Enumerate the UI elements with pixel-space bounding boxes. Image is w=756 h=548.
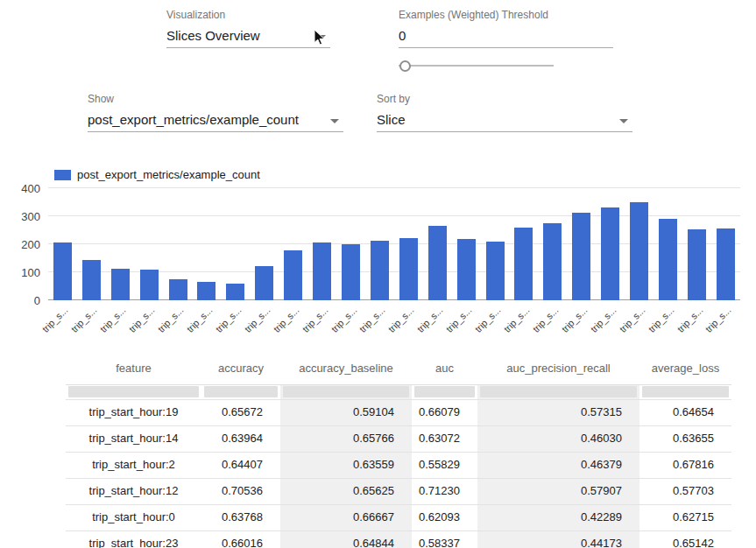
- x-tick-label: trip_s...: [69, 305, 99, 334]
- feature-cell: trip_start_hour:19: [66, 400, 201, 425]
- metric-cell: 0.65142: [639, 531, 731, 548]
- slider-thumb[interactable]: [399, 60, 411, 72]
- x-tick-label: trip_s...: [127, 305, 157, 334]
- bar[interactable]: [688, 229, 706, 300]
- metric-cell: 0.55829: [412, 453, 477, 478]
- feature-cell: trip_start_hour:23: [66, 531, 201, 548]
- bar[interactable]: [543, 223, 562, 300]
- filter-cell: [477, 385, 639, 399]
- column-header[interactable]: auc: [412, 362, 477, 375]
- table-row: trip_start_hour:140.639640.657660.630720…: [66, 425, 731, 452]
- filter-input[interactable]: [414, 386, 475, 397]
- bar[interactable]: [630, 202, 648, 300]
- bar[interactable]: [169, 279, 187, 300]
- metric-cell: 0.64654: [639, 400, 731, 425]
- bar[interactable]: [342, 244, 360, 300]
- legend-swatch: [54, 170, 71, 180]
- bar[interactable]: [457, 239, 476, 300]
- slices-bar-chart: 0100200300400 trip_s...trip_s...trip_s..…: [0, 188, 756, 333]
- x-tick-label: trip_s...: [703, 305, 733, 334]
- table-row: trip_start_hour:00.637680.666670.620930.…: [66, 504, 731, 530]
- metric-cell: 0.70536: [201, 479, 280, 504]
- filter-cell: [201, 385, 280, 399]
- filter-input[interactable]: [68, 386, 199, 397]
- slider-track[interactable]: [399, 65, 554, 67]
- metric-cell: 0.71230: [412, 479, 477, 504]
- column-header[interactable]: auc_precision_recall: [477, 362, 639, 375]
- feature-cell: trip_start_hour:12: [66, 479, 201, 504]
- metric-cell: 0.66016: [201, 531, 280, 548]
- visualization-label: Visualization: [166, 9, 225, 21]
- metric-cell: 0.63559: [280, 453, 412, 478]
- bar[interactable]: [140, 270, 159, 300]
- bar[interactable]: [486, 242, 505, 300]
- column-header[interactable]: average_loss: [639, 362, 731, 375]
- bar[interactable]: [399, 238, 418, 300]
- x-tick-label: trip_s...: [98, 305, 128, 334]
- metric-cell: 0.46030: [477, 426, 639, 452]
- sort-by-select[interactable]: Slice: [377, 109, 632, 132]
- metric-cell: 0.62715: [639, 505, 731, 530]
- bar[interactable]: [659, 219, 677, 300]
- column-header[interactable]: feature: [66, 362, 201, 375]
- bar[interactable]: [53, 242, 72, 300]
- bar[interactable]: [197, 282, 215, 300]
- x-tick-label: trip_s...: [559, 305, 589, 334]
- bar[interactable]: [428, 226, 447, 300]
- x-tick-label: trip_s...: [357, 305, 387, 334]
- bar[interactable]: [284, 250, 302, 300]
- x-tick-label: trip_s...: [473, 305, 503, 334]
- metric-cell: 0.65672: [201, 400, 280, 425]
- legend-label: post_export_metrics/example_count: [77, 168, 260, 181]
- chart-y-axis: 0100200300400: [0, 188, 40, 300]
- column-header[interactable]: accuracy: [201, 362, 280, 375]
- threshold-slider[interactable]: [399, 60, 554, 72]
- bar[interactable]: [111, 269, 130, 300]
- x-tick-label: trip_s...: [531, 305, 561, 334]
- table-row: trip_start_hour:20.644070.635590.558290.…: [66, 452, 731, 478]
- table-row: trip_start_hour:120.705360.656250.712300…: [66, 478, 731, 504]
- filter-cell: [280, 385, 412, 399]
- show-select[interactable]: post_export_metrics/example_count: [88, 109, 343, 132]
- bar[interactable]: [82, 260, 101, 300]
- metric-cell: 0.57907: [477, 479, 639, 504]
- metric-cell: 0.67816: [639, 453, 731, 478]
- metric-cell: 0.44173: [477, 531, 639, 548]
- bar[interactable]: [717, 228, 735, 300]
- bar[interactable]: [313, 242, 331, 300]
- bar[interactable]: [226, 284, 244, 300]
- x-tick-label: trip_s...: [242, 305, 272, 334]
- x-tick-label: trip_s...: [588, 305, 618, 334]
- show-label: Show: [88, 93, 114, 105]
- x-tick-label: trip_s...: [646, 305, 675, 334]
- slicing-metrics-browser: Visualization Slices Overview Examples (…: [0, 0, 756, 548]
- y-tick-label: 100: [21, 266, 40, 279]
- feature-cell: trip_start_hour:0: [66, 505, 201, 530]
- x-tick-label: trip_s...: [617, 305, 646, 334]
- bar[interactable]: [601, 207, 619, 300]
- visualization-select[interactable]: Slices Overview: [166, 25, 330, 48]
- filter-input[interactable]: [204, 386, 278, 397]
- threshold-input[interactable]: 0: [399, 25, 613, 48]
- column-header[interactable]: accuracy_baseline: [280, 362, 412, 375]
- metric-cell: 0.46379: [477, 453, 639, 478]
- bar[interactable]: [255, 266, 273, 300]
- bar[interactable]: [572, 213, 590, 300]
- metric-cell: 0.59104: [280, 400, 412, 425]
- bar[interactable]: [514, 228, 533, 300]
- bar[interactable]: [371, 241, 389, 300]
- metric-cell: 0.66667: [280, 505, 412, 530]
- filter-cell: [639, 385, 731, 399]
- table-row: trip_start_hour:190.656720.591040.660790…: [66, 399, 731, 425]
- y-tick-label: 0: [34, 294, 40, 307]
- filter-input[interactable]: [642, 386, 729, 397]
- sort-by-value: Slice: [377, 112, 406, 127]
- x-tick-label: trip_s...: [185, 305, 215, 334]
- x-tick-label: trip_s...: [444, 305, 474, 334]
- threshold-value: 0: [399, 28, 406, 43]
- filter-input[interactable]: [480, 386, 637, 397]
- y-tick-label: 300: [21, 210, 40, 223]
- metric-cell: 0.57315: [477, 400, 639, 425]
- filter-input[interactable]: [283, 386, 409, 397]
- metric-cell: 0.64844: [280, 531, 412, 548]
